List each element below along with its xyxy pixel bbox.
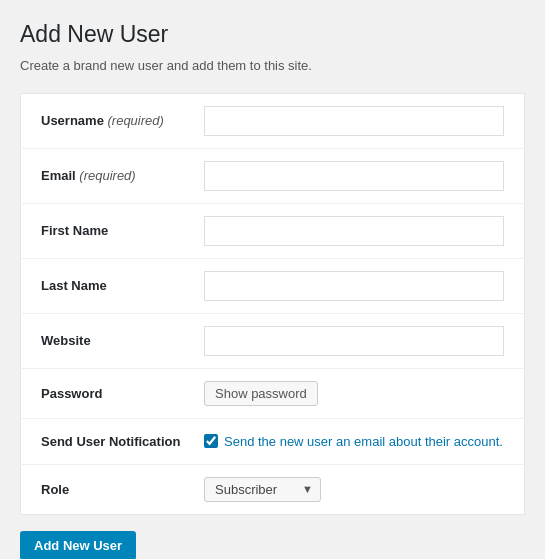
notification-row: Send User Notification Send the new user… bbox=[21, 418, 525, 464]
notification-checkbox[interactable] bbox=[204, 434, 218, 448]
username-label: Username (required) bbox=[21, 93, 195, 148]
username-row: Username (required) bbox=[21, 93, 525, 148]
email-input[interactable] bbox=[204, 161, 504, 191]
page-container: Add New User Create a brand new user and… bbox=[0, 0, 545, 559]
role-label: Role bbox=[21, 464, 195, 514]
username-input[interactable] bbox=[204, 106, 504, 136]
firstname-row: First Name bbox=[21, 203, 525, 258]
firstname-input[interactable] bbox=[204, 216, 504, 246]
email-row: Email (required) bbox=[21, 148, 525, 203]
notification-text: Send the new user an email about their a… bbox=[224, 434, 503, 449]
website-row: Website bbox=[21, 313, 525, 368]
notification-label: Send User Notification bbox=[21, 418, 195, 464]
username-required: (required) bbox=[108, 113, 164, 128]
role-row: Role SubscriberContributorAuthorEditorAd… bbox=[21, 464, 525, 514]
lastname-label: Last Name bbox=[21, 258, 195, 313]
page-title: Add New User bbox=[20, 20, 525, 50]
firstname-label: First Name bbox=[21, 203, 195, 258]
add-new-user-button[interactable]: Add New User bbox=[20, 531, 136, 559]
password-row: Password Show password bbox=[21, 368, 525, 418]
lastname-input[interactable] bbox=[204, 271, 504, 301]
role-select[interactable]: SubscriberContributorAuthorEditorAdminis… bbox=[204, 477, 321, 502]
lastname-row: Last Name bbox=[21, 258, 525, 313]
notification-wrapper: Send the new user an email about their a… bbox=[204, 434, 504, 449]
website-label: Website bbox=[21, 313, 195, 368]
user-form-table: Username (required) Email (required) bbox=[20, 93, 525, 515]
show-password-button[interactable]: Show password bbox=[204, 381, 318, 406]
password-label: Password bbox=[21, 368, 195, 418]
website-input[interactable] bbox=[204, 326, 504, 356]
email-required: (required) bbox=[79, 168, 135, 183]
role-select-wrapper: SubscriberContributorAuthorEditorAdminis… bbox=[204, 477, 321, 502]
page-subtitle: Create a brand new user and add them to … bbox=[20, 58, 525, 73]
email-label: Email (required) bbox=[21, 148, 195, 203]
